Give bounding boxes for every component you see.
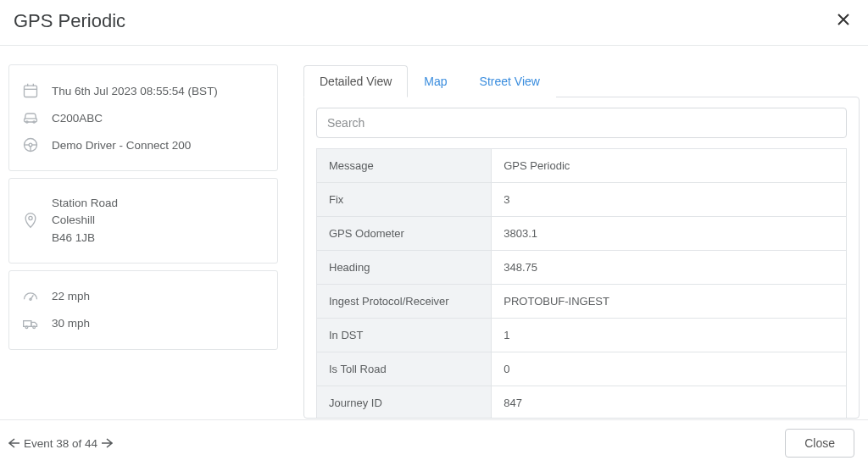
- truck-icon: [21, 314, 40, 333]
- close-button[interactable]: Close: [785, 429, 854, 458]
- pager-text: Event 38 of 44: [24, 437, 97, 450]
- table-key: Fix: [317, 183, 492, 217]
- table-row: MessageGPS Periodic: [317, 149, 847, 183]
- pager-next-icon[interactable]: [101, 438, 113, 448]
- table-row: Heading348.75: [317, 251, 847, 285]
- details-panel: Detailed View Map Street View MessageGPS…: [303, 64, 860, 419]
- summary-vehicle-value: C200ABC: [52, 112, 103, 125]
- table-row: GPS Odometer3803.1: [317, 217, 847, 251]
- svg-point-8: [29, 143, 32, 147]
- table-key: Is Toll Road: [317, 352, 492, 386]
- table-row: In DST1: [317, 319, 847, 352]
- tab-map[interactable]: Map: [408, 65, 463, 97]
- dialog-footer: Event 38 of 44 Close: [0, 419, 868, 466]
- table-key: Journey ID: [317, 386, 492, 419]
- tab-detailed-view[interactable]: Detailed View: [303, 65, 408, 97]
- table-key: Heading: [317, 251, 492, 285]
- table-value: 0: [492, 352, 847, 386]
- page-title: GPS Periodic: [14, 10, 125, 32]
- summary-datetime: Thu 6th Jul 2023 08:55:54 (BST): [21, 77, 265, 104]
- summary-driver: Demo Driver - Connect 200: [21, 131, 265, 158]
- svg-point-16: [25, 326, 28, 329]
- table-value: GPS Periodic: [492, 149, 847, 183]
- dialog-body: Thu 6th Jul 2023 08:55:54 (BST) C200ABC: [0, 46, 868, 419]
- table-key: In DST: [317, 319, 492, 352]
- summary-card-location: Station Road Coleshill B46 1JB: [8, 178, 278, 264]
- summary-speed-limit: 30 mph: [21, 310, 265, 337]
- table-row: Is Toll Road0: [317, 352, 847, 386]
- tab-panel: MessageGPS PeriodicFix3GPS Odometer3803.…: [303, 97, 860, 419]
- summary-speed-value: 22 mph: [52, 290, 90, 302]
- details-table: MessageGPS PeriodicFix3GPS Odometer3803.…: [316, 148, 847, 418]
- search-input[interactable]: [316, 108, 847, 138]
- map-pin-icon: [21, 211, 40, 230]
- table-value: 1: [492, 319, 847, 352]
- table-key: GPS Odometer: [317, 217, 492, 251]
- pager-prev-icon[interactable]: [8, 438, 20, 448]
- summary-address: Station Road Coleshill B46 1JB: [21, 191, 265, 251]
- summary-datetime-value: Thu 6th Jul 2023 08:55:54 (BST): [52, 85, 218, 97]
- gauge-icon: [21, 287, 40, 306]
- summary-speed: 22 mph: [21, 283, 265, 310]
- tabs: Detailed View Map Street View: [303, 64, 860, 97]
- table-value: 348.75: [492, 251, 847, 285]
- summary-vehicle: C200ABC: [21, 104, 265, 131]
- car-icon: [21, 108, 40, 127]
- summary-card-main: Thu 6th Jul 2023 08:55:54 (BST) C200ABC: [8, 64, 278, 171]
- svg-rect-0: [25, 86, 37, 97]
- table-row: Ingest Protocol/ReceiverPROTOBUF-INGEST: [317, 285, 847, 319]
- table-value: 847: [492, 386, 847, 419]
- svg-rect-15: [24, 320, 31, 326]
- dialog-header: GPS Periodic: [0, 0, 868, 46]
- table-key: Message: [317, 149, 492, 183]
- table-key: Ingest Protocol/Receiver: [317, 285, 492, 319]
- svg-point-17: [33, 326, 36, 329]
- details-table-scroll[interactable]: MessageGPS PeriodicFix3GPS Odometer3803.…: [316, 148, 852, 418]
- summary-speed-limit-value: 30 mph: [52, 317, 90, 330]
- steering-wheel-icon: [21, 136, 40, 154]
- calendar-icon: [21, 81, 40, 100]
- table-value: 3803.1: [492, 217, 847, 251]
- summary-address-value: Station Road Coleshill B46 1JB: [52, 195, 118, 247]
- event-pager: Event 38 of 44: [8, 437, 113, 450]
- table-row: Fix3: [317, 183, 847, 217]
- summary-card-speed: 22 mph 30 mph: [8, 270, 278, 350]
- table-value: PROTOBUF-INGEST: [492, 285, 847, 319]
- table-value: 3: [492, 183, 847, 217]
- summary-panel: Thu 6th Jul 2023 08:55:54 (BST) C200ABC: [8, 64, 278, 419]
- summary-driver-value: Demo Driver - Connect 200: [52, 139, 191, 152]
- tab-street-view[interactable]: Street View: [464, 65, 556, 97]
- table-row: Journey ID847: [317, 386, 847, 419]
- close-icon[interactable]: [832, 8, 854, 33]
- svg-point-12: [29, 217, 32, 220]
